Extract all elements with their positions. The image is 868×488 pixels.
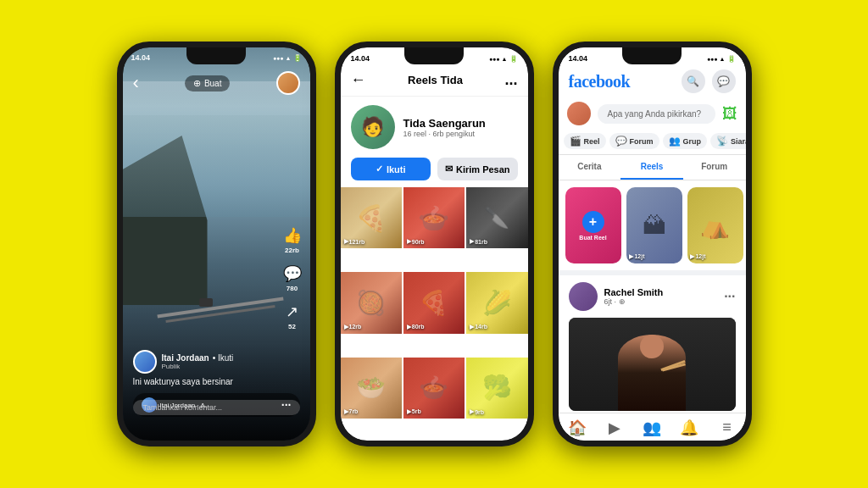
photo-icon[interactable]: 🖼 [722, 105, 737, 123]
fb-logo: facebook [569, 72, 631, 92]
phone-2: 14.04 ●●●▲🔋 ← Reels Tida ... 🧑 Tida [335, 42, 534, 446]
phones-container: 14.04 ●●● ▲ 🔋 ‹ ⊕ Buat [117, 42, 752, 446]
phone3-inner: 14.04 ●●●▲🔋 facebook 🔍 💬 [559, 47, 746, 441]
post-avatar [567, 102, 591, 125]
phone2-inner: 14.04 ●●●▲🔋 ← Reels Tida ... 🧑 Tida [341, 47, 528, 441]
share-count: 52 [288, 323, 296, 330]
like-icon: 👍 [283, 226, 302, 245]
siara-quick-icon: 📡 [716, 136, 728, 147]
message-button[interactable]: ✉ Kirim Pesan [437, 158, 518, 180]
profile-stats: 16 reel · 6rb pengikut [403, 130, 486, 138]
phone1-topbar: ‹ ⊕ Buat [123, 66, 310, 100]
nav-people[interactable]: 👥 [633, 419, 670, 437]
comment-input-bar[interactable]: Tambahkan komentar... [123, 400, 310, 415]
user-name: Itai Jordaan [162, 353, 209, 363]
post-user-name: Rachel Smith [604, 287, 718, 297]
whats-on-mind[interactable]: Apa yang Anda pikirkan? [598, 104, 715, 124]
user-info-row: Itai Jordaan • Ikuti Publik [133, 350, 300, 374]
fb-header-actions: 🔍 💬 [682, 69, 736, 93]
notch-3 [622, 47, 682, 64]
buat-button[interactable]: ⊕ Buat [185, 75, 231, 92]
reel-count-1: ▶121rb [344, 238, 365, 245]
reel-thumb-7[interactable]: 🥗 ▶7rb [341, 358, 402, 419]
quick-actions: 🎬 Reel 💬 Forum 👥 Grup 📡 Siara [559, 130, 746, 155]
reel-item-2[interactable]: 🏔 ▶ 12jt [626, 187, 682, 263]
reel-thumb-9[interactable]: 🥦 ▶9rb [466, 358, 527, 419]
status-time-3: 14.04 [569, 54, 588, 63]
nav-notifications[interactable]: 🔔 [670, 419, 708, 437]
reel-thumb-1[interactable]: 🍕 ▶121rb [341, 187, 402, 248]
reel-count-5: ▶80rb [407, 324, 425, 330]
post-meta: 6jt · ⊕ [604, 297, 718, 306]
follow-label[interactable]: • Ikuti [213, 353, 234, 363]
user-avatar [133, 350, 157, 374]
phone1-inner: 14.04 ●●● ▲ 🔋 ‹ ⊕ Buat [123, 47, 310, 441]
nav-menu[interactable]: ≡ [708, 419, 745, 437]
phone1-bottom: Itai Jordaan • Ikuti Publik Ini waktunya… [123, 343, 310, 441]
grup-quick-icon: 👥 [669, 136, 681, 147]
quick-btn-forum[interactable]: 💬 Forum [609, 133, 659, 149]
comment-action[interactable]: 💬 780 [283, 264, 302, 292]
create-reel-item[interactable]: + Buat Reel [565, 187, 621, 263]
share-action[interactable]: ↗ 52 [286, 302, 298, 330]
status-icons-3: ●●●▲🔋 [707, 55, 736, 63]
reels-strip: + Buat Reel 🏔 ▶ 12jt ⛺ ▶ 12jt 🧑 ▶ 12jt [559, 180, 746, 270]
app-container: 14.04 ●●● ▲ 🔋 ‹ ⊕ Buat [0, 0, 868, 488]
reels-title: Reels Tida [373, 74, 498, 86]
notch-2 [404, 47, 464, 64]
phone2-header: ← Reels Tida ... [341, 66, 528, 97]
post-more-icon[interactable]: ··· [724, 289, 735, 304]
back-button-1[interactable]: ‹ [133, 74, 139, 92]
like-count: 22rb [285, 247, 299, 254]
profile-avatar-2: 🧑 [351, 105, 395, 149]
profile-buttons: ✓ Ikuti ✉ Kirim Pesan [341, 158, 528, 187]
tab-cerita[interactable]: Cerita [559, 155, 621, 180]
reel-plus-btn: + [582, 211, 604, 233]
reel-count-4: ▶12rb [344, 324, 362, 330]
follow-button[interactable]: ✓ Ikuti [351, 158, 431, 180]
caption: Ini waktunya saya bersinar [133, 377, 300, 386]
reel-thumb-3[interactable]: 🔪 ▶81rb [466, 187, 527, 248]
tab-reels[interactable]: Reels [620, 155, 683, 180]
profile-name: Tida Saengarun [403, 117, 486, 130]
phone-3: 14.04 ●●●▲🔋 facebook 🔍 💬 [553, 42, 752, 446]
post-bar: Apa yang Anda pikirkan? 🖼 [559, 98, 746, 130]
tab-forum[interactable]: Forum [683, 155, 746, 180]
reel-view-count-3: ▶ 12jt [690, 253, 706, 260]
post-header: Rachel Smith 6jt · ⊕ ··· [569, 282, 736, 311]
side-actions: 👍 22rb 💬 780 ↗ 52 [283, 226, 302, 330]
nav-video[interactable]: ▶ [596, 419, 633, 437]
messenger-icon-btn[interactable]: 💬 [712, 69, 736, 93]
phone-1: 14.04 ●●● ▲ 🔋 ‹ ⊕ Buat [117, 42, 316, 446]
user-avatar-top[interactable] [276, 71, 300, 95]
search-icon-btn[interactable]: 🔍 [682, 69, 705, 93]
more-dots-2[interactable]: ... [504, 71, 517, 89]
fb-header: facebook 🔍 💬 [559, 66, 746, 98]
status-time-1: 14.04 [131, 53, 151, 62]
status-icons-2: ●●●▲🔋 [489, 55, 518, 63]
comment-count: 780 [287, 285, 298, 292]
quick-btn-grup[interactable]: 👥 Grup [663, 133, 708, 149]
share-icon: ↗ [286, 302, 298, 321]
quick-btn-siara[interactable]: 📡 Siara [710, 133, 745, 149]
status-time-2: 14.04 [351, 54, 370, 63]
message-icon: ✉ [445, 164, 453, 175]
reel-thumb-4[interactable]: 🥘 ▶12rb [341, 272, 402, 333]
reel-item-3[interactable]: ⛺ ▶ 12jt [687, 187, 743, 263]
reel-thumb-2[interactable]: 🍲 ▶90rb [403, 187, 465, 248]
create-reel-label: Buat Reel [576, 235, 609, 241]
profile-section: 🧑 Tida Saengarun 16 reel · 6rb pengikut [341, 97, 528, 158]
quick-btn-reel[interactable]: 🎬 Reel [564, 133, 606, 149]
notch-1 [186, 47, 246, 64]
nav-home[interactable]: 🏠 [559, 419, 596, 437]
reel-thumb-8[interactable]: 🍲 ▶5rb [403, 358, 465, 419]
like-action[interactable]: 👍 22rb [283, 226, 302, 254]
reel-count-3: ▶81rb [470, 238, 487, 245]
reel-count-8: ▶5rb [407, 408, 421, 415]
post-user-avatar [569, 282, 598, 311]
post-video-thumbnail[interactable] [569, 318, 736, 411]
reel-thumb-6[interactable]: 🌽 ▶14rb [466, 272, 527, 333]
content-tabs: Cerita Reels Forum [559, 155, 746, 180]
back-button-2[interactable]: ← [351, 71, 366, 89]
reel-thumb-5[interactable]: 🍕 ▶80rb [403, 272, 465, 333]
